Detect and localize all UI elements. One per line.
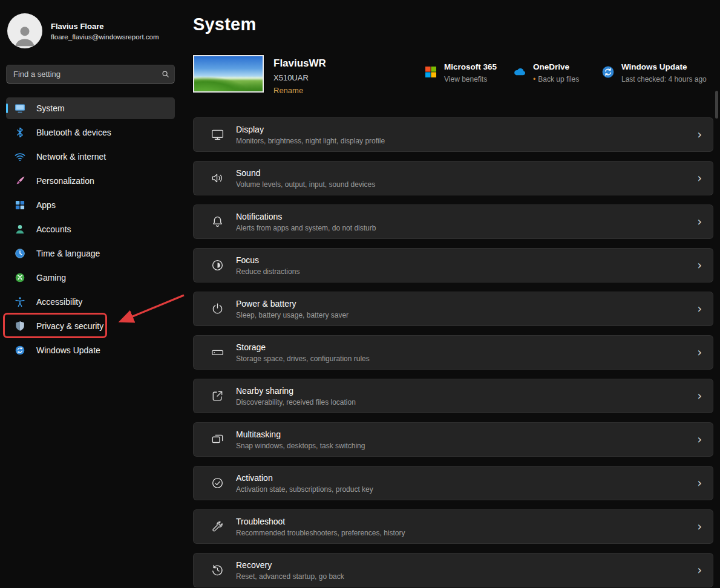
settings-row-subtitle: Reset, advanced startup, go back [236,572,344,581]
page-title: System [193,15,256,34]
bliss-wallpaper-image [194,56,263,91]
sidebar-item-label: Personalization [36,176,94,186]
settings-row-storage[interactable]: StorageStorage space, drives, configurat… [193,335,713,370]
settings-row-title: Storage [236,342,370,352]
chevron-right-icon: › [697,564,702,576]
settings-row-title: Display [236,125,385,134]
chevron-right-icon: › [697,347,702,358]
status-card-subtitle: View benefits [444,75,497,83]
sidebar-item-label: Apps [36,200,56,210]
notifications-icon [210,215,224,229]
sidebar-item-windows-update[interactable]: Windows Update [6,339,175,361]
profile-name: Flavius Floare [51,22,159,31]
status-card-title: OneDrive [533,62,579,71]
settings-row-title: Sound [236,168,375,178]
microsoft-365-card[interactable]: Microsoft 365 View benefits [424,62,497,83]
chevron-right-icon: › [697,521,702,532]
settings-row-activation[interactable]: ActivationActivation state, subscription… [193,466,713,500]
settings-row-sound[interactable]: SoundVolume levels, output, input, sound… [193,161,713,195]
network-icon [14,151,26,163]
nearby-sharing-icon [210,389,224,403]
settings-row-notifications[interactable]: NotificationsAlerts from apps and system… [193,204,713,239]
sidebar: Flavius Floare floare_flavius@windowsrep… [0,0,175,588]
chevron-right-icon: › [697,390,702,402]
sidebar-item-time-language[interactable]: Time & language [6,243,175,264]
onedrive-card[interactable]: OneDrive •Back up files [512,62,579,83]
sidebar-item-label: Bluetooth & devices [36,128,111,137]
system-icon [14,102,26,114]
device-info: FlaviusWR X510UAR Rename [273,57,326,96]
chevron-right-icon: › [697,172,702,184]
scrollbar-thumb[interactable] [715,91,718,119]
bluetooth-icon [14,126,26,139]
sidebar-item-label: Windows Update [36,345,100,355]
settings-row-subtitle: Snap windows, desktops, task switching [236,442,365,450]
focus-icon [210,258,224,273]
search-input[interactable] [7,70,156,79]
settings-row-subtitle: Storage space, drives, configuration rul… [236,354,370,363]
settings-row-title: Recovery [236,560,344,570]
gaming-icon [14,272,26,284]
chevron-right-icon: › [697,260,702,271]
settings-row-title: Nearby sharing [236,386,356,396]
settings-row-subtitle: Activation state, subscriptions, product… [236,485,373,494]
user-profile[interactable]: Flavius Floare floare_flavius@windowsrep… [7,13,159,48]
status-dot: • [533,75,535,83]
search-icon[interactable] [156,70,174,79]
accessibility-icon [14,296,26,308]
activation-icon [210,476,224,491]
accounts-icon [14,223,26,235]
recovery-icon [210,563,224,578]
sidebar-item-gaming[interactable]: Gaming [6,267,175,289]
rename-link[interactable]: Rename [273,86,303,95]
settings-row-subtitle: Recommended troubleshooters, preferences… [236,529,405,537]
settings-row-title: Activation [236,473,373,483]
settings-row-multitasking[interactable]: MultitaskingSnap windows, desktops, task… [193,422,713,457]
power-icon [210,302,224,316]
settings-row-subtitle: Volume levels, output, input, sound devi… [236,180,375,189]
device-wallpaper-thumbnail [193,55,264,93]
sidebar-item-accessibility[interactable]: Accessibility [6,291,175,313]
sidebar-item-personalization[interactable]: Personalization [6,170,175,192]
settings-row-title: Power & battery [236,299,349,309]
status-card-title: Windows Update [621,62,707,71]
settings-row-nearby-sharing[interactable]: Nearby sharingDiscoverability, received … [193,379,713,413]
sound-icon [210,171,224,186]
storage-icon [210,345,224,360]
settings-row-troubleshoot[interactable]: TroubleshootRecommended troubleshooters,… [193,509,713,544]
sidebar-item-network-internet[interactable]: Network & internet [6,146,175,168]
settings-row-title: Multitasking [236,430,365,439]
windows-update-card[interactable]: Windows Update Last checked: 4 hours ago [601,62,707,83]
chevron-right-icon: › [697,477,702,489]
sidebar-item-label: Network & internet [36,152,106,162]
settings-row-display[interactable]: DisplayMonitors, brightness, night light… [193,117,713,152]
sidebar-item-system[interactable]: System [6,97,175,119]
settings-row-subtitle: Monitors, brightness, night light, displ… [236,137,385,145]
settings-row-focus[interactable]: FocusReduce distractions › [193,248,713,283]
settings-row-power-battery[interactable]: Power & batterySleep, battery usage, bat… [193,292,713,326]
sidebar-item-privacy-security[interactable]: Privacy & security [6,315,175,337]
apps-icon [14,199,26,211]
privacy-security-shield-icon [14,320,26,332]
settings-row-subtitle: Discoverability, received files location [236,398,356,407]
sidebar-item-label: Accessibility [36,297,82,307]
settings-row-subtitle: Reduce distractions [236,267,299,276]
settings-row-subtitle: Alerts from apps and system, do not dist… [236,224,376,232]
settings-row-recovery[interactable]: RecoveryReset, advanced startup, go back… [193,553,713,587]
microsoft-365-icon [424,65,438,79]
personalization-icon [14,175,26,187]
sidebar-item-bluetooth-devices[interactable]: Bluetooth & devices [6,122,175,143]
windows-update-icon [601,65,615,79]
windows-update-icon [14,344,26,356]
sidebar-item-label: Privacy & security [36,321,103,331]
settings-row-title: Troubleshoot [236,517,405,526]
device-model: X510UAR [273,73,326,82]
chevron-right-icon: › [697,129,702,140]
person-icon [11,22,38,48]
device-name: FlaviusWR [273,57,326,70]
status-card-subtitle-text: Back up files [538,75,579,83]
status-card-subtitle: Last checked: 4 hours ago [621,75,707,83]
settings-row-subtitle: Sleep, battery usage, battery saver [236,311,349,319]
sidebar-item-apps[interactable]: Apps [6,194,175,216]
sidebar-item-accounts[interactable]: Accounts [6,218,175,240]
